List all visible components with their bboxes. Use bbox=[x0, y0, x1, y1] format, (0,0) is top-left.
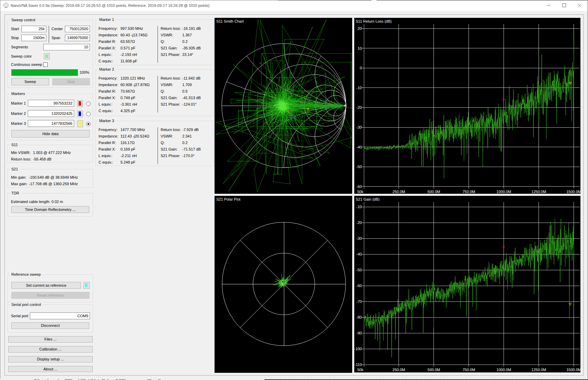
svg-text:1000.0M: 1000.0M bbox=[496, 368, 511, 372]
svg-text:750.0M: 750.0M bbox=[462, 368, 475, 372]
svg-text:-30: -30 bbox=[356, 125, 362, 129]
svg-text:-100: -100 bbox=[354, 347, 362, 351]
svg-text:-50: -50 bbox=[356, 165, 362, 169]
svg-text:-10: -10 bbox=[356, 86, 362, 90]
svg-text:10: 10 bbox=[358, 46, 362, 50]
svg-text:-20: -20 bbox=[356, 221, 362, 225]
svg-text:50k: 50k bbox=[357, 368, 364, 372]
svg-text:1250.0M: 1250.0M bbox=[531, 190, 546, 194]
svg-text:-40: -40 bbox=[356, 145, 362, 149]
svg-text:-90: -90 bbox=[356, 331, 362, 335]
svg-text:-70: -70 bbox=[356, 299, 362, 304]
svg-text:S21 Polar Plot: S21 Polar Plot bbox=[216, 197, 240, 201]
svg-text:-60: -60 bbox=[356, 284, 362, 288]
svg-text:S11 Return Loss (dB): S11 Return Loss (dB) bbox=[356, 19, 392, 23]
svg-text:-30: -30 bbox=[356, 236, 362, 240]
svg-text:-60: -60 bbox=[356, 185, 362, 189]
svg-text:750.0M: 750.0M bbox=[462, 190, 475, 194]
svg-text:1000.0M: 1000.0M bbox=[496, 190, 511, 194]
svg-text:-80: -80 bbox=[356, 315, 362, 319]
svg-text:1500.0M: 1500.0M bbox=[566, 368, 580, 372]
svg-text:250.0M: 250.0M bbox=[393, 368, 405, 372]
svg-text:1250.0M: 1250.0M bbox=[531, 368, 546, 372]
svg-text:S11 Smith Chart: S11 Smith Chart bbox=[216, 19, 244, 23]
svg-text:250.0M: 250.0M bbox=[393, 190, 405, 194]
svg-text:-110: -110 bbox=[355, 363, 362, 367]
svg-text:-50: -50 bbox=[356, 268, 362, 272]
svg-text:-20: -20 bbox=[356, 105, 362, 109]
svg-text:1500.0M: 1500.0M bbox=[566, 190, 580, 194]
svg-text:500.0M: 500.0M bbox=[428, 368, 440, 372]
svg-text:S21 Gain (dB): S21 Gain (dB) bbox=[356, 197, 380, 201]
svg-text:-40: -40 bbox=[356, 252, 362, 256]
svg-text:-10: -10 bbox=[356, 205, 362, 209]
svg-text:20: 20 bbox=[358, 26, 362, 31]
svg-text:0: 0 bbox=[360, 66, 362, 70]
svg-text:50k: 50k bbox=[357, 190, 364, 194]
svg-text:500.0M: 500.0M bbox=[428, 190, 440, 194]
